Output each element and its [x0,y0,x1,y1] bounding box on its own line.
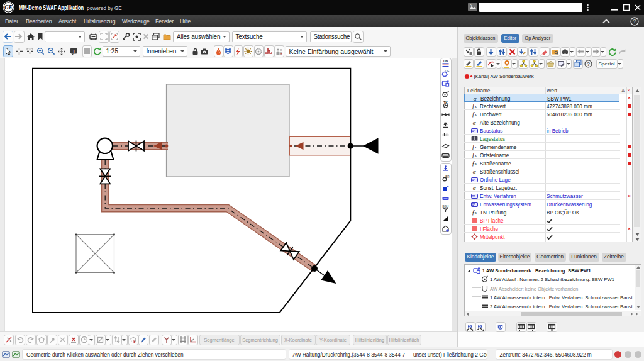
svg-text:DG: DG [445,70,450,73]
svg-text:S: S [470,4,472,7]
svg-text:?: ? [633,18,636,25]
svg-text:BR: BR [445,175,450,179]
svg-text:EGU: EGU [443,205,449,208]
svg-text:i: i [73,48,74,54]
svg-text:GE: GE [4,4,13,11]
svg-text:?: ? [587,60,590,67]
svg-text:DN: DN [443,59,448,63]
